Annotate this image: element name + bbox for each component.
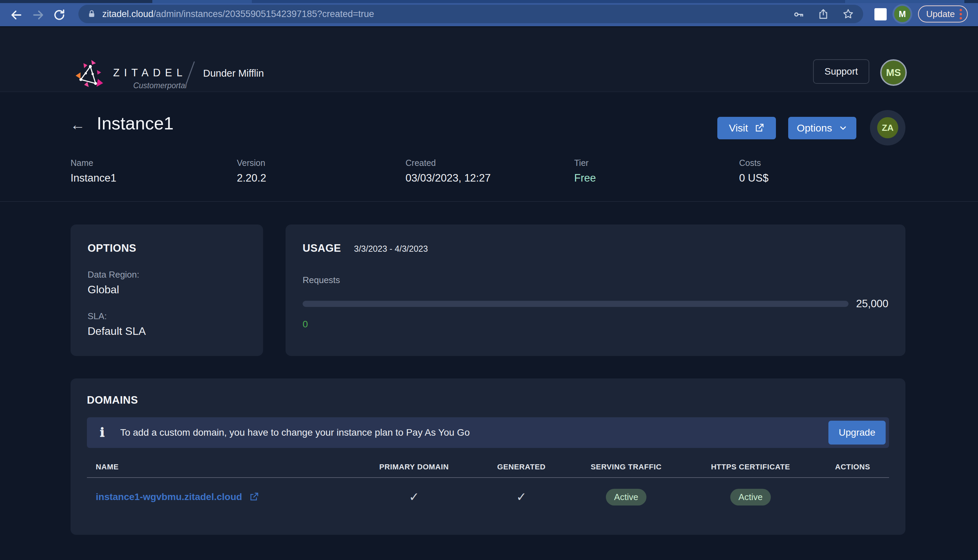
visit-button[interactable]: Visit — [717, 117, 776, 139]
side-panel-icon[interactable] — [875, 8, 887, 20]
domain-link[interactable]: instance1-wgvbmu.zitadel.cloud — [96, 492, 242, 502]
col-name: NAME — [87, 463, 353, 472]
notice-text: To add a custom domain, you have to chan… — [120, 427, 470, 438]
usage-limit: 25,000 — [856, 298, 888, 310]
brand-block[interactable]: ZITADEL Customerportal — [113, 67, 187, 90]
url-text: zitadel.cloud/admin/instances/2035590515… — [102, 9, 374, 19]
meta-name: Name Instance1 — [70, 158, 116, 184]
address-bar[interactable]: zitadel.cloud/admin/instances/2035590515… — [78, 5, 863, 23]
col-https-certificate: HTTPS CERTIFICATE — [685, 463, 816, 472]
col-actions: ACTIONS — [816, 463, 889, 472]
options-button[interactable]: Options — [788, 117, 856, 139]
browser-chrome: zitadel.cloud/admin/instances/2035590515… — [0, 0, 978, 27]
options-card-title: OPTIONS — [88, 242, 246, 255]
col-serving-traffic: SERVING TRAFFIC — [567, 463, 685, 472]
zitadel-logo[interactable] — [75, 59, 108, 92]
usage-metric-label: Requests — [303, 275, 888, 285]
tier-value: Free — [574, 172, 596, 184]
brand-subtitle: Customerportal — [113, 81, 187, 90]
visit-label: Visit — [729, 122, 748, 134]
section-divider — [0, 201, 978, 202]
instance-avatar-ring[interactable]: ZA — [870, 110, 905, 145]
forward-button[interactable] — [31, 7, 46, 22]
share-icon[interactable] — [818, 8, 829, 20]
domains-table: NAME PRIMARY DOMAIN GENERATED SERVING TR… — [87, 457, 889, 516]
sla-label: SLA: — [88, 311, 246, 322]
user-avatar[interactable]: MS — [880, 59, 907, 86]
upgrade-notice-banner: ℹ To add a custom domain, you have to ch… — [87, 417, 889, 448]
instance-avatar: ZA — [877, 117, 898, 138]
meta-costs: Costs 0 US$ — [739, 158, 768, 184]
col-generated: GENERATED — [476, 463, 567, 472]
support-button[interactable]: Support — [813, 59, 869, 84]
upgrade-button[interactable]: Upgrade — [828, 421, 886, 445]
browser-menu-icon[interactable] — [960, 9, 962, 19]
back-button[interactable] — [9, 7, 24, 22]
url-path: /admin/instances/203559051542397185?crea… — [154, 9, 374, 19]
usage-period: 3/3/2023 - 4/3/2023 — [354, 244, 428, 254]
usage-progress-bar — [303, 301, 848, 307]
forward-icon — [32, 8, 45, 22]
back-icon — [10, 8, 23, 22]
back-arrow-button[interactable]: ← — [70, 117, 85, 132]
usage-card-title: USAGE — [303, 242, 341, 255]
chevron-down-icon — [838, 123, 848, 133]
table-row: instance1-wgvbmu.zitadel.cloud ✓ ✓ Activ… — [87, 478, 889, 516]
data-region-label: Data Region: — [88, 270, 246, 280]
bookmark-star-icon[interactable] — [842, 8, 854, 20]
meta-created: Created 03/03/2023, 12:27 — [406, 158, 491, 184]
external-link-icon — [754, 123, 764, 133]
generated-check-icon: ✓ — [516, 490, 526, 504]
url-host: zitadel.cloud — [102, 9, 154, 19]
brand-name: ZITADEL — [113, 67, 187, 79]
lock-icon — [87, 9, 96, 19]
org-name: Dunder Mifflin — [203, 68, 264, 79]
meta-tier: Tier Free — [574, 158, 596, 184]
external-link-icon[interactable] — [249, 492, 259, 502]
https-certificate-badge: Active — [730, 489, 771, 505]
options-card: OPTIONS Data Region: Global SLA: Default… — [70, 225, 263, 356]
data-region-value: Global — [88, 283, 246, 296]
key-icon[interactable] — [793, 8, 804, 20]
domains-table-header: NAME PRIMARY DOMAIN GENERATED SERVING TR… — [87, 457, 889, 478]
browser-tab-strip — [0, 0, 978, 3]
update-label: Update — [926, 9, 955, 19]
usage-card: USAGE 3/3/2023 - 4/3/2023 Requests 25,00… — [285, 225, 905, 356]
page-title: Instance1 — [97, 113, 174, 133]
usage-current-value: 0 — [303, 319, 888, 330]
info-icon: ℹ — [100, 425, 105, 440]
browser-update-button[interactable]: Update — [918, 5, 968, 22]
primary-domain-check-icon: ✓ — [409, 490, 419, 504]
refresh-button[interactable] — [52, 7, 67, 22]
col-primary-domain: PRIMARY DOMAIN — [353, 463, 476, 472]
options-label: Options — [797, 122, 832, 134]
domains-card: DOMAINS ℹ To add a custom domain, you ha… — [70, 378, 905, 535]
serving-traffic-badge: Active — [606, 489, 646, 505]
sla-value: Default SLA — [88, 325, 246, 338]
portal-header: ZITADEL Customerportal Dunder Mifflin Su… — [0, 27, 978, 92]
back-arrow-icon: ← — [70, 116, 85, 133]
domains-card-title: DOMAINS — [87, 394, 889, 407]
refresh-icon — [53, 8, 66, 22]
browser-profile-avatar[interactable]: M — [894, 6, 911, 22]
meta-version: Version 2.20.2 — [237, 158, 266, 184]
